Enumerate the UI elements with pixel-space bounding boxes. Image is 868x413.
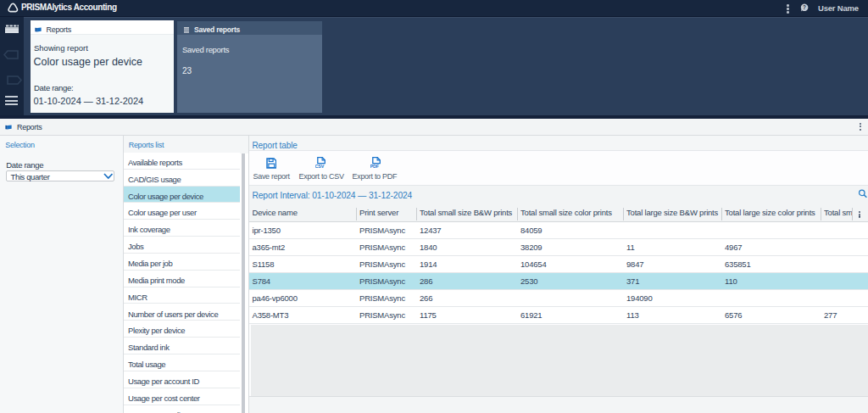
svg-text:PDF: PDF (370, 164, 380, 168)
svg-text:CSV: CSV (315, 164, 325, 168)
svg-text:?: ? (803, 4, 806, 10)
